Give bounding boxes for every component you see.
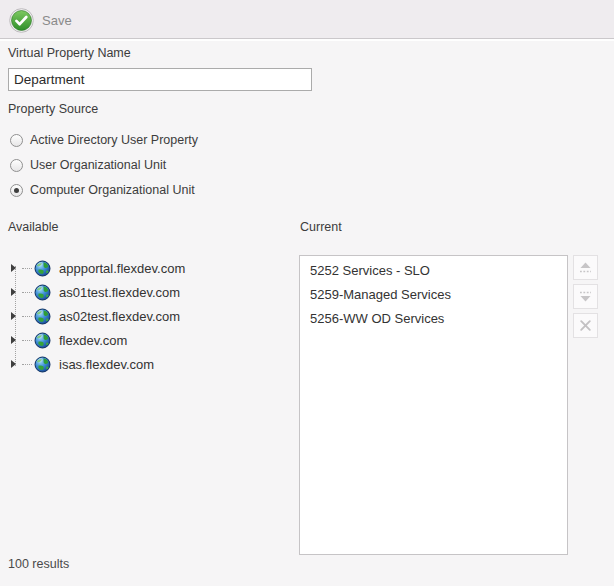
- remove-button[interactable]: [573, 313, 598, 338]
- radio-option-label: Computer Organizational Unit: [30, 183, 195, 197]
- radio-user-organizational-unit[interactable]: User Organizational Unit: [10, 157, 166, 173]
- expand-arrow-icon[interactable]: [11, 287, 22, 298]
- tree-item-label: as01test.flexdev.com: [59, 285, 180, 300]
- globe-icon: [34, 260, 51, 277]
- globe-icon: [34, 284, 51, 301]
- expand-arrow-icon[interactable]: [11, 311, 22, 322]
- tree-item-label: appportal.flexdev.com: [59, 261, 185, 276]
- available-tree: appportal.flexdev.com as01test.flexdev.c…: [8, 256, 290, 376]
- move-up-button[interactable]: [573, 255, 598, 280]
- tree-item-label: as02test.flexdev.com: [59, 309, 180, 324]
- tree-connector: [22, 316, 32, 317]
- tree-item-label: flexdev.com: [59, 333, 127, 348]
- tree-connector: [22, 340, 32, 341]
- move-down-button[interactable]: [573, 284, 598, 309]
- save-button[interactable]: Save: [6, 6, 81, 35]
- radio-option-label: User Organizational Unit: [30, 158, 166, 172]
- radio-computer-organizational-unit[interactable]: Computer Organizational Unit: [10, 182, 195, 198]
- property-source-label: Property Source: [8, 102, 98, 116]
- expand-arrow-icon[interactable]: [11, 335, 22, 346]
- expand-arrow-icon[interactable]: [11, 263, 22, 274]
- virtual-property-name-input[interactable]: [8, 68, 312, 91]
- results-count: 100 results: [8, 557, 69, 571]
- tree-item[interactable]: flexdev.com: [8, 328, 290, 352]
- list-item[interactable]: 5252 Services - SLO: [300, 259, 567, 283]
- tree-connector: [22, 292, 32, 293]
- virtual-property-name-label: Virtual Property Name: [8, 46, 131, 60]
- expand-arrow-icon[interactable]: [11, 359, 22, 370]
- tree-item-label: isas.flexdev.com: [59, 357, 154, 372]
- x-icon: [579, 319, 592, 332]
- globe-icon: [34, 308, 51, 325]
- save-check-icon: [9, 8, 34, 33]
- tree-connector: [22, 364, 32, 365]
- radio-button-icon: [10, 134, 23, 147]
- available-label: Available: [8, 220, 59, 234]
- tree-connector: [22, 268, 32, 269]
- arrow-up-icon: [578, 261, 593, 274]
- tree-item[interactable]: appportal.flexdev.com: [8, 256, 290, 280]
- radio-active-directory-user-property[interactable]: Active Directory User Property: [10, 132, 198, 148]
- tree-item[interactable]: as02test.flexdev.com: [8, 304, 290, 328]
- radio-option-label: Active Directory User Property: [30, 133, 198, 147]
- current-list: 5252 Services - SLO 5259-Managed Service…: [299, 255, 568, 555]
- current-label: Current: [300, 220, 342, 234]
- toolbar: Save: [0, 0, 614, 39]
- list-item[interactable]: 5259-Managed Services: [300, 283, 567, 307]
- list-item[interactable]: 5256-WW OD Services: [300, 307, 567, 331]
- globe-icon: [34, 356, 51, 373]
- arrow-down-icon: [578, 290, 593, 303]
- radio-button-icon: [10, 184, 23, 197]
- tree-item[interactable]: as01test.flexdev.com: [8, 280, 290, 304]
- globe-icon: [34, 332, 51, 349]
- virtual-property-editor: Save Virtual Property Name Property Sour…: [0, 0, 614, 586]
- tree-item[interactable]: isas.flexdev.com: [8, 352, 290, 376]
- save-button-label: Save: [42, 13, 72, 28]
- radio-button-icon: [10, 159, 23, 172]
